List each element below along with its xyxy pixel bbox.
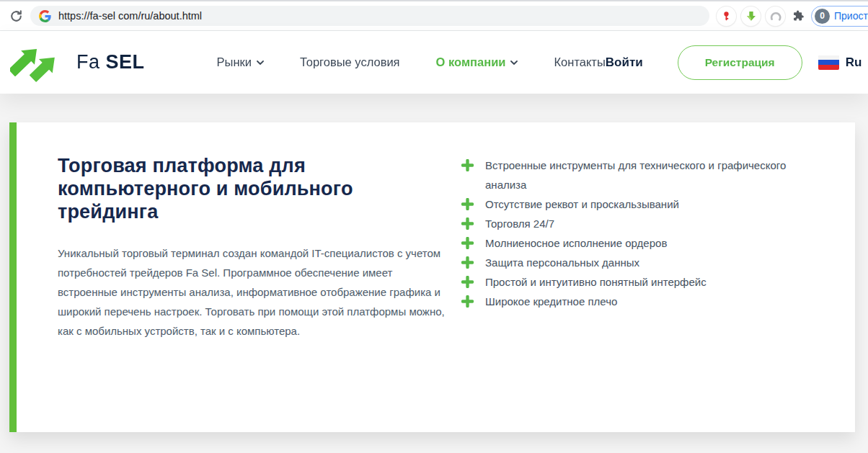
nav-item-label: О компании bbox=[436, 55, 506, 69]
feature-item: Отсутствие реквот и проскальзываний bbox=[461, 194, 826, 214]
download-arrow-icon[interactable] bbox=[741, 6, 761, 26]
feature-text: Торговля 24/7 bbox=[485, 214, 554, 233]
plus-icon bbox=[461, 198, 474, 210]
reload-icon[interactable] bbox=[7, 7, 25, 24]
feature-item: Молниеносное исполнение ордеров bbox=[461, 233, 826, 253]
address-bar[interactable]: https://fa-sel com/ru/about.html bbox=[30, 6, 709, 26]
features-list: Встроенные инструменты для технического … bbox=[461, 156, 826, 311]
page-title: Торговая платформа для компьютерного и м… bbox=[58, 154, 382, 223]
logo-text: Fa SEL bbox=[76, 51, 145, 73]
feature-item: Защита персональных данных bbox=[461, 253, 826, 272]
logo-second: SEL bbox=[106, 51, 145, 73]
browser-toolbar: https://fa-sel com/ru/about.html bbox=[0, 0, 868, 31]
login-link[interactable]: Войти bbox=[606, 55, 643, 70]
plus-icon bbox=[461, 295, 474, 308]
nav-item-markets[interactable]: Рынки bbox=[217, 55, 264, 69]
pause-label: Приостано bbox=[834, 10, 868, 22]
feature-text: Отсутствие реквот и проскальзываний bbox=[485, 194, 679, 214]
plus-icon bbox=[461, 217, 474, 230]
extension-icons: 0 Приостано bbox=[717, 6, 868, 27]
plus-icon bbox=[461, 237, 474, 249]
feature-text: Встроенные инструменты для технического … bbox=[485, 156, 792, 194]
intro-column: Торговая платформа для компьютерного и м… bbox=[58, 153, 461, 403]
features-column: Встроенные инструменты для технического … bbox=[461, 153, 826, 403]
url-text: https://fa-sel com/ru/about.html bbox=[58, 10, 202, 22]
nav-item-about[interactable]: О компании bbox=[436, 55, 518, 69]
intro-paragraph: Уникальный торговый терминал создан кома… bbox=[58, 243, 451, 341]
plus-icon bbox=[461, 256, 474, 269]
chevron-down-icon bbox=[510, 60, 518, 65]
pause-count: 0 bbox=[815, 9, 830, 24]
nav-item-contacts[interactable]: Контакты bbox=[554, 55, 605, 69]
nav-right: Войти Регистрация Ru bbox=[606, 45, 868, 80]
key-icon[interactable] bbox=[717, 6, 736, 26]
nav-item-trading-conditions[interactable]: Торговые условия bbox=[300, 55, 400, 69]
feature-text: Защита персональных данных bbox=[485, 253, 639, 272]
nav-item-label: Рынки bbox=[217, 55, 252, 69]
swirl-icon[interactable] bbox=[766, 6, 785, 26]
plus-icon bbox=[461, 159, 474, 171]
pause-badge[interactable]: 0 Приостано bbox=[811, 6, 868, 27]
site-logo[interactable]: Fa SEL bbox=[10, 42, 145, 83]
plus-icon bbox=[461, 276, 474, 288]
feature-item: Торговля 24/7 bbox=[461, 214, 826, 233]
nav-links: Рынки Торговые условия О компании Контак… bbox=[217, 55, 606, 69]
double-up-arrows-icon bbox=[10, 42, 66, 83]
puzzle-icon[interactable] bbox=[790, 8, 806, 24]
feature-item: Простой и интуитивно понятный интерфейс bbox=[461, 272, 826, 292]
chevron-down-icon bbox=[257, 60, 264, 65]
google-g-icon bbox=[39, 10, 51, 22]
feature-item: Встроенные инструменты для технического … bbox=[461, 156, 826, 194]
about-card: Торговая платформа для компьютерного и м… bbox=[9, 122, 855, 432]
nav-item-label: Контакты bbox=[554, 55, 605, 69]
russia-flag-icon bbox=[818, 55, 839, 70]
feature-text: Широкое кредитное плечо bbox=[485, 292, 617, 311]
language-label: Ru bbox=[846, 55, 862, 70]
register-button[interactable]: Регистрация bbox=[678, 45, 802, 80]
feature-text: Молниеносное исполнение ордеров bbox=[485, 233, 667, 253]
logo-first: Fa bbox=[76, 51, 100, 73]
feature-text: Простой и интуитивно понятный интерфейс bbox=[485, 272, 707, 292]
nav-item-label: Торговые условия bbox=[300, 55, 400, 69]
language-switcher[interactable]: Ru bbox=[818, 55, 868, 71]
site-header: Fa SEL Рынки Торговые условия О компании… bbox=[0, 31, 868, 94]
page-content: Торговая платформа для компьютерного и м… bbox=[0, 94, 868, 432]
feature-item: Широкое кредитное плечо bbox=[461, 292, 826, 311]
